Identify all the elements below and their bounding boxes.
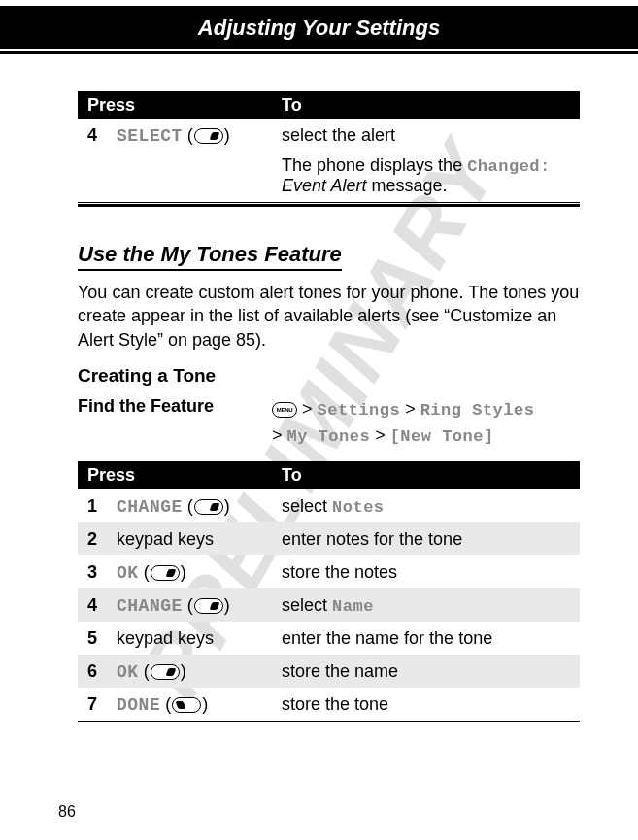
to-cell: select Notes (272, 489, 580, 522)
col-header-press: Press (78, 461, 272, 490)
press-cell: CHANGE () (107, 489, 272, 522)
step-number: 7 (78, 688, 107, 722)
step-number: 5 (78, 622, 107, 655)
softkey-label: SELECT (117, 126, 183, 146)
table-row: 5keypad keysenter the name for the tone (78, 622, 580, 655)
find-the-feature-row: Find the Feature MENU > Settings > Ring … (78, 396, 580, 450)
softkey-right-icon (194, 598, 223, 614)
path-sep: > (272, 425, 287, 445)
softkey-label: DONE (117, 695, 160, 715)
step-number: 1 (78, 489, 107, 522)
softkey-label: OK (117, 662, 139, 682)
press-cell: DONE () (107, 688, 272, 722)
step-number: 6 (78, 655, 107, 688)
changed-label: Changed: (467, 157, 551, 176)
find-label: Find the Feature (78, 396, 272, 450)
path-sep: > (302, 399, 318, 419)
press-cell: OK () (107, 555, 272, 588)
press-cell: SELECT () (107, 119, 272, 204)
press-cell: OK () (107, 655, 272, 688)
menu-icon: MENU (272, 402, 297, 418)
to-text: The phone displays the (282, 155, 467, 175)
step-number: 4 (78, 588, 107, 622)
to-cell: select the alert The phone displays the … (272, 119, 580, 204)
col-header-to: To (272, 461, 580, 490)
to-text: select (282, 496, 332, 516)
path-new-tone: [New Tone] (390, 427, 494, 446)
softkey-label: OK (117, 563, 139, 583)
table-row: 2keypad keysenter notes for the tone (78, 522, 580, 555)
softkey-right-icon (151, 664, 180, 680)
path-settings: Settings (318, 401, 401, 420)
table-row: 7DONE ()store the tone (78, 688, 580, 722)
to-cell: store the notes (272, 555, 580, 588)
to-cell: select Name (272, 588, 580, 622)
press-cell: keypad keys (107, 622, 272, 655)
table-row: 6OK ()store the name (78, 655, 580, 688)
to-text-end: message. (366, 176, 447, 195)
table-row: 4CHANGE ()select Name (78, 588, 580, 622)
press-cell: CHANGE () (107, 588, 272, 622)
col-header-to: To (272, 91, 580, 119)
step-number: 3 (78, 555, 107, 588)
softkey-right-icon (194, 499, 223, 515)
section-body: You can create custom alert tones for yo… (78, 281, 580, 352)
softkey-left-icon (172, 697, 201, 713)
path-sep: > (400, 399, 420, 419)
path-my-tones: My Tones (287, 427, 371, 446)
path-sep: > (370, 425, 390, 445)
softkey-label: CHANGE (117, 596, 183, 616)
to-code: Notes (332, 498, 385, 517)
to-code: Name (332, 597, 374, 616)
softkey-right-icon (194, 128, 223, 144)
col-header-press: Press (78, 91, 272, 119)
menu-path: MENU > Settings > Ring Styles > My Tones… (272, 396, 580, 450)
section-heading: Use the My Tones Feature (78, 242, 342, 271)
path-ring-styles: Ring Styles (420, 401, 535, 420)
press-to-table-1: Press To 4 SELECT () select the alert Th… (78, 91, 580, 207)
step-number: 4 (78, 119, 107, 204)
step-number: 2 (78, 522, 107, 555)
page-number: 86 (58, 803, 76, 821)
to-line-1: select the alert (282, 125, 570, 146)
to-cell: enter notes for the tone (272, 522, 580, 555)
softkey-label: CHANGE (117, 497, 183, 517)
event-alert-label: Event Alert (282, 176, 366, 195)
table-row: 3OK ()store the notes (78, 555, 580, 588)
to-cell: enter the name for the tone (272, 622, 580, 655)
press-to-table-2: Press To 1CHANGE ()select Notes2keypad k… (78, 461, 580, 722)
to-text: select (282, 595, 332, 615)
to-cell: store the tone (272, 688, 580, 722)
to-cell: store the name (272, 655, 580, 688)
page-title: Adjusting Your Settings (0, 6, 638, 49)
subsection-heading: Creating a Tone (78, 365, 580, 386)
to-line-2: The phone displays the Changed: Event Al… (282, 155, 570, 196)
press-cell: keypad keys (107, 522, 272, 555)
softkey-right-icon (151, 565, 180, 581)
table-row: 1CHANGE ()select Notes (78, 489, 580, 522)
